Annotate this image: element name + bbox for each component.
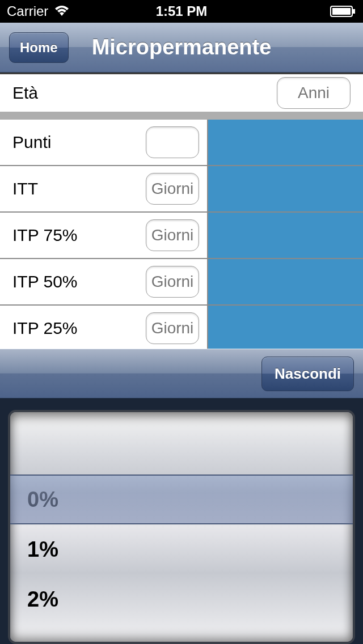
hide-button[interactable]: Nascondi [261, 357, 354, 391]
row-itp50: ITP 50% [0, 259, 363, 306]
itp75-label: ITP 75% [12, 226, 78, 245]
row-eta: Età [0, 74, 363, 120]
itp25-label: ITP 25% [12, 319, 78, 338]
itp50-value-cell [207, 259, 363, 304]
nav-bar: Home Micropermanente [0, 23, 363, 73]
battery-icon [330, 6, 356, 17]
eta-input[interactable] [277, 77, 351, 109]
itp75-input[interactable] [146, 219, 199, 251]
itp50-input[interactable] [146, 266, 199, 298]
picker-option-0[interactable]: 0% [10, 474, 353, 524]
punti-input[interactable] [146, 126, 199, 158]
itt-input[interactable] [146, 173, 199, 205]
carrier-label: Carrier [7, 3, 48, 19]
status-left: Carrier [7, 3, 70, 19]
status-bar: Carrier 1:51 PM [0, 0, 363, 23]
row-itt: ITT [0, 166, 363, 213]
itp25-value-cell [207, 306, 363, 349]
punti-label: Punti [12, 133, 51, 152]
picker-toolbar: Nascondi [0, 349, 363, 399]
eta-label: Età [12, 83, 38, 103]
row-punti: Punti [0, 120, 363, 166]
home-button[interactable]: Home [9, 32, 69, 63]
row-itp25: ITP 25% [0, 306, 363, 349]
picker-container: 0% 1% 2% [0, 399, 363, 644]
picker-wheel[interactable]: 0% 1% 2% [8, 410, 355, 644]
itp25-input[interactable] [146, 312, 199, 344]
svg-rect-1 [332, 8, 351, 15]
content-area[interactable]: Età Punti ITT ITP 75% ITP 50% [0, 73, 363, 349]
itt-value-cell [207, 166, 363, 211]
wifi-icon [54, 6, 70, 17]
itp50-label: ITP 50% [12, 272, 78, 291]
picker-option-1[interactable]: 1% [10, 524, 353, 574]
status-time: 1:51 PM [156, 3, 208, 19]
svg-rect-2 [353, 9, 355, 14]
punti-value-cell [207, 120, 363, 165]
itp75-value-cell [207, 213, 363, 258]
picker-option-2[interactable]: 2% [10, 574, 353, 624]
itt-label: ITT [12, 179, 38, 198]
row-itp75: ITP 75% [0, 213, 363, 259]
page-title: Micropermanente [92, 35, 272, 60]
